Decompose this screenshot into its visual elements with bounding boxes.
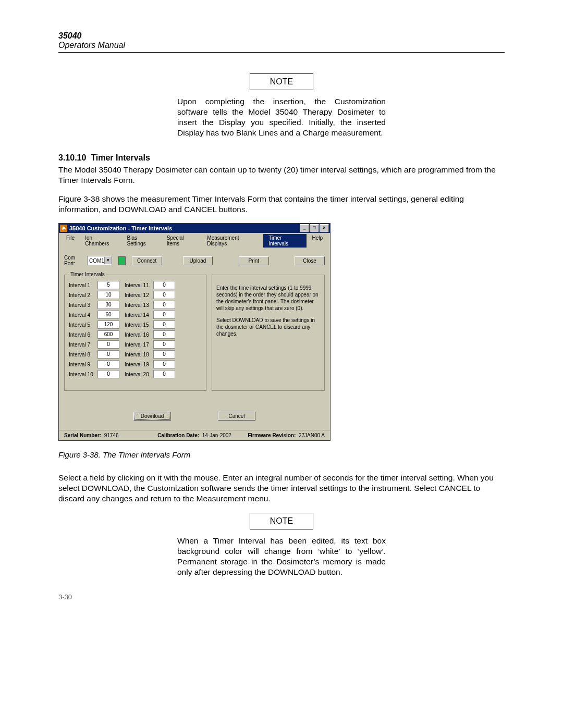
- maximize-icon[interactable]: □: [310, 224, 319, 232]
- intervals-groupbox: Timer Intervals Interval 15Interval 210I…: [64, 275, 206, 391]
- interval-row: Interval 200: [125, 370, 175, 378]
- section-title: Timer Intervals: [91, 153, 150, 162]
- titlebar: ✴ 35040 Customization - Timer Intervals …: [59, 224, 330, 233]
- interval-label: Interval 6: [69, 332, 97, 338]
- timer-intervals-window: ✴ 35040 Customization - Timer Intervals …: [58, 223, 331, 441]
- comport-value: COM1: [89, 258, 104, 264]
- interval-field-8[interactable]: 0: [97, 350, 119, 359]
- interval-row: Interval 5120: [69, 320, 119, 329]
- interval-label: Interval 11: [125, 282, 153, 288]
- cancel-button[interactable]: Cancel: [218, 412, 255, 421]
- statusbar: Serial Number: 91746 Calibration Date: 1…: [59, 430, 330, 440]
- interval-label: Interval 17: [125, 342, 153, 348]
- interval-row: Interval 80: [69, 350, 119, 359]
- interval-field-11[interactable]: 0: [153, 281, 175, 289]
- menu-timer-intervals[interactable]: Timer Intervals: [263, 234, 307, 248]
- section-heading: 3.10.10 Timer Intervals: [58, 153, 505, 163]
- interval-label: Interval 3: [69, 302, 97, 308]
- menu-bias-settings[interactable]: Bias Settings: [122, 234, 162, 248]
- interval-label: Interval 12: [125, 292, 153, 298]
- interval-row: Interval 460: [69, 311, 119, 319]
- comport-select[interactable]: COM1 ▼: [87, 256, 112, 265]
- interval-row: Interval 180: [125, 350, 175, 359]
- interval-label: Interval 4: [69, 312, 97, 318]
- interval-label: Interval 5: [69, 322, 97, 328]
- interval-field-1[interactable]: 5: [97, 281, 119, 289]
- menu-help[interactable]: Help: [307, 234, 328, 248]
- interval-field-12[interactable]: 0: [153, 291, 175, 299]
- interval-row: Interval 140: [125, 311, 175, 319]
- groupbox-legend: Timer Intervals: [69, 272, 106, 277]
- interval-label: Interval 8: [69, 352, 97, 357]
- upload-button[interactable]: Upload: [183, 256, 213, 265]
- interval-label: Interval 7: [69, 342, 97, 348]
- interval-field-4[interactable]: 60: [97, 311, 119, 319]
- toolbar: Com Port: COM1 ▼ Connect Upload Print Cl…: [59, 249, 330, 273]
- interval-row: Interval 6600: [69, 330, 119, 339]
- chevron-down-icon[interactable]: ▼: [104, 257, 112, 264]
- interval-field-3[interactable]: 30: [97, 301, 119, 309]
- download-button[interactable]: Download: [133, 412, 171, 421]
- interval-label: Interval 1: [69, 282, 97, 288]
- interval-row: Interval 120: [125, 291, 175, 299]
- interval-label: Interval 16: [125, 332, 153, 338]
- interval-field-2[interactable]: 10: [97, 291, 119, 299]
- serial-value: 91746: [104, 433, 119, 438]
- interval-label: Interval 2: [69, 292, 97, 298]
- minimize-icon[interactable]: _: [300, 224, 309, 232]
- fw-value: 27JAN00 A: [299, 433, 325, 438]
- window-title: 35040 Customization - Timer Intervals: [69, 225, 300, 231]
- interval-field-18[interactable]: 0: [153, 350, 175, 359]
- interval-row: Interval 330: [69, 301, 119, 309]
- interval-row: Interval 110: [125, 281, 175, 289]
- interval-field-17[interactable]: 0: [153, 340, 175, 349]
- print-button[interactable]: Print: [239, 256, 269, 265]
- interval-field-15[interactable]: 0: [153, 320, 175, 329]
- interval-row: Interval 210: [69, 291, 119, 299]
- info-text-1: Enter the time interval settings (1 to 9…: [216, 285, 320, 312]
- interval-field-19[interactable]: 0: [153, 360, 175, 368]
- menu-ion-chambers[interactable]: Ion Chambers: [80, 234, 121, 248]
- comport-label: Com Port:: [64, 255, 83, 266]
- interval-field-16[interactable]: 0: [153, 330, 175, 339]
- close-icon[interactable]: ×: [320, 224, 329, 232]
- status-indicator-icon: [118, 256, 126, 265]
- page-header: 35040 Operators Manual: [58, 31, 505, 50]
- interval-field-7[interactable]: 0: [97, 340, 119, 349]
- interval-field-13[interactable]: 0: [153, 301, 175, 309]
- menu-file[interactable]: File: [61, 234, 80, 248]
- interval-label: Interval 10: [69, 372, 97, 377]
- interval-field-6[interactable]: 600: [97, 330, 119, 339]
- cal-value: 14-Jan-2002: [202, 433, 231, 438]
- note-text-1: Upon completing the insertion, the Custo…: [177, 96, 386, 139]
- interval-field-10[interactable]: 0: [97, 370, 119, 378]
- interval-label: Interval 14: [125, 312, 153, 318]
- menu-special-items[interactable]: Special Items: [162, 234, 202, 248]
- note-box-2: NOTE: [250, 513, 313, 529]
- interval-label: Interval 19: [125, 362, 153, 367]
- interval-field-9[interactable]: 0: [97, 360, 119, 368]
- info-panel: Enter the time interval settings (1 to 9…: [212, 275, 325, 391]
- interval-field-20[interactable]: 0: [153, 370, 175, 378]
- connect-button[interactable]: Connect: [132, 256, 162, 265]
- page-number: 3-30: [58, 593, 505, 601]
- info-text-2: Select DOWNLOAD to save the settings in …: [216, 317, 320, 337]
- header-rule: [58, 52, 505, 53]
- serial-label: Serial Number:: [64, 433, 101, 438]
- header-manual: Operators Manual: [58, 41, 505, 50]
- close-button[interactable]: Close: [295, 256, 325, 265]
- interval-field-14[interactable]: 0: [153, 311, 175, 319]
- cal-label: Calibration Date:: [157, 433, 199, 438]
- menu-measurement-displays[interactable]: Measurement Displays: [202, 234, 263, 248]
- interval-field-5[interactable]: 120: [97, 320, 119, 329]
- interval-row: Interval 70: [69, 340, 119, 349]
- app-icon: ✴: [60, 225, 67, 232]
- interval-row: Interval 160: [125, 330, 175, 339]
- interval-label: Interval 15: [125, 322, 153, 328]
- interval-label: Interval 13: [125, 302, 153, 308]
- interval-row: Interval 170: [125, 340, 175, 349]
- header-model: 35040: [58, 31, 505, 41]
- interval-label: Interval 20: [125, 372, 153, 377]
- figure-caption: Figure 3-38. The Timer Intervals Form: [58, 450, 505, 459]
- section-number: 3.10.10: [58, 153, 86, 162]
